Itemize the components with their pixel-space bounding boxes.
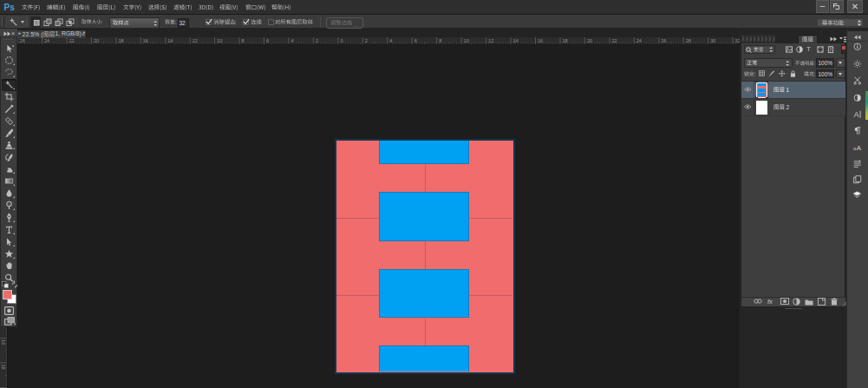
svg-text:16: 16 [538, 38, 543, 43]
svg-text:8: 8 [242, 38, 245, 43]
svg-text:6: 6 [414, 38, 417, 43]
svg-text:18: 18 [118, 38, 123, 43]
svg-text:20: 20 [587, 38, 592, 43]
svg-text:22: 22 [611, 38, 617, 43]
svg-text:16: 16 [143, 38, 148, 43]
svg-text:18: 18 [1, 365, 6, 370]
svg-text:8: 8 [439, 38, 441, 43]
svg-text:24: 24 [636, 38, 642, 43]
svg-text:A: A [854, 110, 859, 118]
svg-text:18: 18 [563, 38, 568, 43]
svg-text:A: A [857, 144, 862, 151]
svg-text:14: 14 [167, 38, 173, 43]
svg-text:6: 6 [266, 38, 269, 43]
svg-text:24: 24 [44, 38, 49, 43]
svg-text:4: 4 [291, 38, 294, 43]
svg-text:2: 2 [365, 38, 368, 43]
svg-text:2: 2 [316, 38, 318, 43]
svg-text:22: 22 [69, 38, 75, 43]
svg-text:20: 20 [94, 38, 99, 43]
svg-text:12: 12 [488, 38, 493, 43]
svg-text:0: 0 [340, 38, 343, 43]
svg-text:14: 14 [513, 38, 519, 43]
svg-text:28: 28 [686, 38, 691, 43]
svg-text:ɑ: ɑ [853, 146, 856, 151]
svg-text:26: 26 [20, 38, 25, 43]
svg-text:10: 10 [217, 38, 222, 43]
svg-text:4: 4 [389, 38, 392, 43]
svg-text:30: 30 [710, 38, 715, 43]
svg-text:32: 32 [735, 38, 740, 43]
svg-text:12: 12 [193, 38, 198, 43]
svg-text:10: 10 [464, 38, 469, 43]
svg-text:16: 16 [1, 339, 6, 345]
svg-text:26: 26 [661, 38, 666, 43]
